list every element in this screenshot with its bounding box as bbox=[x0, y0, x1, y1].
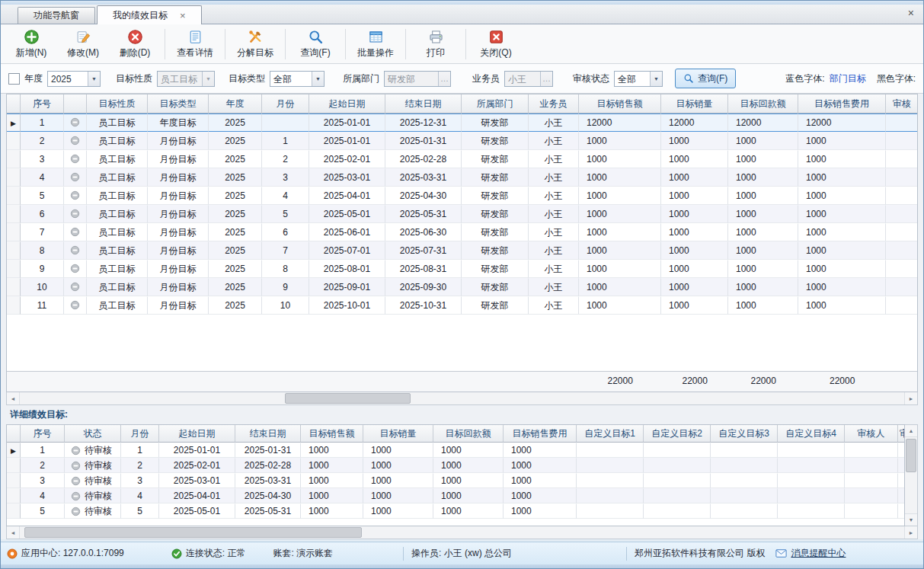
grid-cell[interactable]: 2025 bbox=[209, 223, 262, 241]
grid-cell[interactable]: 小王 bbox=[529, 296, 579, 315]
grid-cell[interactable] bbox=[898, 473, 905, 488]
main-grid-row[interactable]: 6员工目标月份目标202552025-05-012025-05-31研发部小王1… bbox=[7, 205, 918, 223]
grid-cell[interactable]: 2025-09-01 bbox=[309, 278, 385, 296]
grid-cell[interactable]: 12000 bbox=[579, 113, 661, 132]
grid-cell[interactable]: 1000 bbox=[728, 260, 798, 278]
grid-cell[interactable]: 研发部 bbox=[462, 150, 529, 168]
year-select[interactable]: 2025 ▼ bbox=[47, 71, 101, 87]
grid-cell[interactable]: 1000 bbox=[363, 503, 433, 519]
grid-cell[interactable]: 1000 bbox=[504, 458, 577, 473]
grid-cell[interactable]: 1000 bbox=[301, 443, 363, 458]
grid-cell[interactable]: 1000 bbox=[579, 223, 661, 241]
grid-cell[interactable]: 1000 bbox=[579, 241, 661, 260]
grid-cell[interactable]: 1 bbox=[21, 443, 65, 458]
grid-cell[interactable]: 1000 bbox=[579, 260, 661, 278]
department-field[interactable]: 研发部 … bbox=[384, 71, 451, 87]
grid-cell[interactable]: 研发部 bbox=[462, 205, 529, 223]
grid-cell[interactable] bbox=[778, 443, 845, 458]
grid-cell[interactable]: 2025 bbox=[209, 168, 262, 187]
grid-cell[interactable]: 12000 bbox=[798, 113, 886, 132]
main-hscroll-track[interactable] bbox=[20, 392, 904, 404]
add-button[interactable]: 新增(N) bbox=[5, 27, 57, 62]
grid-cell[interactable]: 1 bbox=[121, 443, 159, 458]
grid-cell[interactable]: 研发部 bbox=[462, 260, 529, 278]
grid-cell[interactable]: 1000 bbox=[504, 503, 577, 519]
grid-cell[interactable] bbox=[845, 458, 898, 473]
grid-cell[interactable]: 1000 bbox=[504, 473, 577, 488]
detail-column-header[interactable]: 自定义目标3 bbox=[711, 425, 778, 443]
grid-cell[interactable] bbox=[577, 443, 644, 458]
grid-cell[interactable]: 1000 bbox=[728, 278, 798, 296]
tab-function-nav[interactable]: 功能导航窗 bbox=[18, 7, 95, 24]
scroll-right-icon[interactable]: ► bbox=[904, 392, 917, 404]
window-close-icon[interactable]: × bbox=[908, 8, 914, 18]
grid-cell[interactable]: 1000 bbox=[661, 150, 728, 168]
grid-cell[interactable]: 12000 bbox=[728, 113, 798, 132]
main-column-header[interactable]: 审核 bbox=[886, 94, 918, 113]
main-grid-row[interactable]: 11员工目标月份目标2025102025-10-012025-10-31研发部小… bbox=[7, 296, 918, 315]
main-column-header[interactable]: 目标销量 bbox=[661, 94, 728, 113]
main-column-header[interactable]: 月份 bbox=[262, 94, 309, 113]
grid-cell[interactable]: 员工目标 bbox=[87, 223, 148, 241]
grid-cell[interactable]: 2025-07-31 bbox=[385, 241, 462, 260]
grid-cell[interactable] bbox=[262, 113, 309, 132]
grid-cell[interactable] bbox=[711, 488, 778, 503]
grid-cell[interactable]: 月份目标 bbox=[148, 223, 209, 241]
grid-cell[interactable]: 1000 bbox=[301, 488, 363, 503]
grid-cell[interactable]: 1000 bbox=[661, 205, 728, 223]
grid-cell[interactable]: 月份目标 bbox=[148, 278, 209, 296]
grid-cell[interactable]: 2025 bbox=[209, 296, 262, 315]
grid-cell[interactable] bbox=[898, 443, 905, 458]
grid-cell[interactable]: 员工目标 bbox=[87, 241, 148, 260]
grid-cell[interactable]: 2025 bbox=[209, 113, 262, 132]
main-hscroll-thumb[interactable] bbox=[285, 393, 411, 404]
grid-cell[interactable]: 2025-03-31 bbox=[235, 473, 301, 488]
main-grid-row[interactable]: 2员工目标月份目标202512025-01-012025-01-31研发部小王1… bbox=[7, 132, 918, 150]
grid-cell[interactable] bbox=[886, 260, 918, 278]
grid-cell[interactable]: 2025-12-31 bbox=[385, 113, 462, 132]
grid-cell[interactable]: 1000 bbox=[798, 260, 886, 278]
grid-cell[interactable]: 3 bbox=[21, 473, 65, 488]
grid-cell[interactable]: 1000 bbox=[579, 187, 661, 205]
grid-cell[interactable]: 1000 bbox=[363, 488, 433, 503]
grid-cell[interactable]: 月份目标 bbox=[148, 150, 209, 168]
grid-cell[interactable]: 1000 bbox=[661, 278, 728, 296]
grid-cell[interactable]: 1000 bbox=[661, 223, 728, 241]
grid-cell[interactable]: 2025-02-01 bbox=[309, 150, 385, 168]
query-button[interactable]: 查询(F) bbox=[289, 27, 341, 62]
grid-cell[interactable]: 小王 bbox=[529, 150, 579, 168]
chevron-down-icon[interactable]: ▼ bbox=[312, 72, 324, 86]
grid-cell[interactable]: 2025-05-01 bbox=[309, 205, 385, 223]
grid-cell[interactable]: 6 bbox=[21, 205, 64, 223]
grid-cell[interactable]: 2025-03-31 bbox=[385, 168, 462, 187]
grid-cell[interactable] bbox=[711, 458, 778, 473]
grid-cell[interactable]: 1000 bbox=[728, 223, 798, 241]
grid-cell[interactable] bbox=[577, 473, 644, 488]
main-grid-row[interactable]: 5员工目标月份目标202542025-04-012025-04-30研发部小王1… bbox=[7, 187, 918, 205]
grid-cell[interactable]: 月份目标 bbox=[148, 168, 209, 187]
grid-cell[interactable]: 2025-10-31 bbox=[385, 296, 462, 315]
grid-cell[interactable] bbox=[778, 458, 845, 473]
main-grid-row[interactable]: 4员工目标月份目标202532025-03-012025-03-31研发部小王1… bbox=[7, 168, 918, 187]
filter-query-button[interactable]: 查询(F) bbox=[675, 69, 736, 88]
grid-cell[interactable]: 1000 bbox=[798, 150, 886, 168]
grid-cell[interactable]: 1000 bbox=[728, 296, 798, 315]
grid-cell[interactable]: 1000 bbox=[301, 503, 363, 519]
grid-cell[interactable]: 2025-01-01 bbox=[159, 443, 235, 458]
salesman-field[interactable]: 小王 … bbox=[504, 71, 553, 87]
grid-cell[interactable] bbox=[845, 443, 898, 458]
grid-cell[interactable]: 1000 bbox=[579, 132, 661, 150]
scroll-left-icon[interactable]: ◄ bbox=[7, 526, 20, 539]
grid-cell[interactable] bbox=[577, 458, 644, 473]
detail-grid-row[interactable]: ▶1待审核12025-01-012025-01-3110001000100010… bbox=[7, 443, 905, 458]
grid-cell[interactable] bbox=[778, 488, 845, 503]
grid-cell[interactable]: 研发部 bbox=[462, 241, 529, 260]
tab-close-icon[interactable]: × bbox=[180, 11, 186, 21]
grid-cell[interactable] bbox=[886, 205, 918, 223]
grid-cell[interactable]: 1000 bbox=[433, 473, 504, 488]
grid-cell[interactable] bbox=[644, 488, 711, 503]
grid-cell[interactable]: 2025-03-01 bbox=[309, 168, 385, 187]
grid-cell[interactable]: 7 bbox=[21, 223, 64, 241]
goal-nature-select[interactable]: 员工目标 ▼ bbox=[157, 71, 215, 87]
grid-cell[interactable]: 5 bbox=[21, 503, 65, 519]
